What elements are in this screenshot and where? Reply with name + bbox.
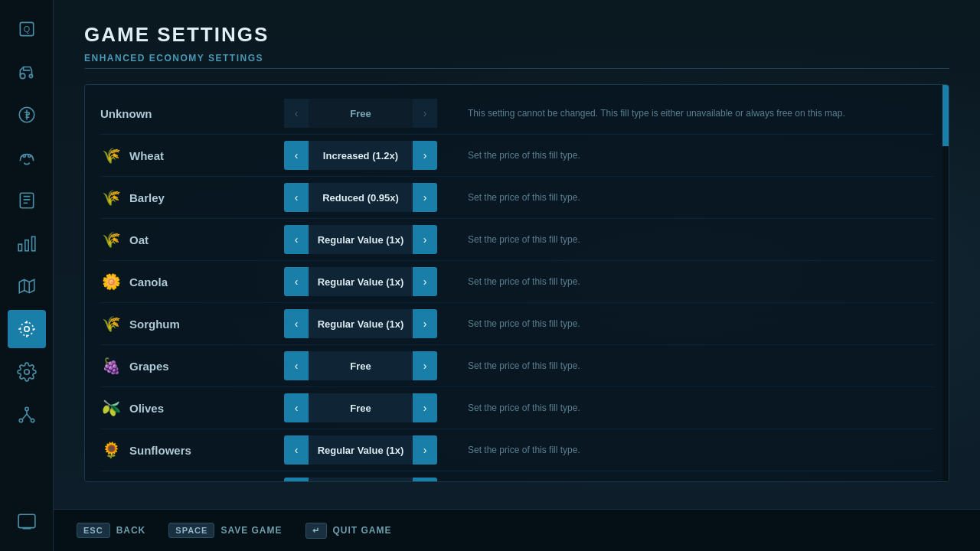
sidebar-item-settings[interactable] — [8, 353, 46, 391]
sidebar-item-help[interactable] — [8, 503, 46, 541]
sidebar-item-economy[interactable] — [8, 96, 46, 134]
arrow-left-grapes[interactable]: ‹ — [284, 351, 309, 380]
svg-point-11 — [24, 327, 29, 332]
crop-desc-sunflowers: Set the price of this fill type. — [468, 445, 933, 455]
arrow-left-olives[interactable]: ‹ — [284, 393, 309, 422]
crop-desc-wheat: Set the price of this fill type. — [468, 150, 933, 161]
arrow-left-sunflowers[interactable]: ‹ — [284, 435, 309, 465]
crop-desc-grapes: Set the price of this fill type. — [468, 360, 933, 371]
crop-row-sorghum: 🌾 Sorghum ‹ Regular Value (1x) › Set the… — [100, 303, 933, 345]
crop-desc-oat: Set the price of this fill type. — [468, 234, 933, 245]
crop-row-grapes: 🍇 Grapes ‹ Free › Set the price of this … — [100, 345, 933, 387]
arrow-right-canola[interactable]: › — [413, 267, 437, 296]
crop-icon-barley: 🌾 — [100, 187, 122, 208]
settings-panel: Unknown ‹ Free › This setting cannot be … — [84, 84, 949, 482]
sidebar-item-network[interactable] — [8, 396, 46, 434]
crop-label-olives: 🫒 Olives — [100, 397, 284, 419]
arrow-right-grapes[interactable]: › — [413, 351, 437, 380]
scroll-thumb[interactable] — [942, 85, 949, 146]
arrow-left-sorghum[interactable]: ‹ — [284, 309, 309, 338]
crop-label-grapes: 🍇 Grapes — [100, 355, 284, 377]
section-title: ENHANCED ECONOMY SETTINGS — [84, 53, 949, 69]
arrow-left-soybeans[interactable]: ‹ — [284, 478, 309, 482]
svg-text:Q: Q — [23, 24, 29, 34]
crop-label-sunflowers: 🌻 Sunflowers — [100, 439, 284, 461]
arrow-left-wheat[interactable]: ‹ — [284, 141, 309, 170]
value-display-sunflowers: Regular Value (1x) — [309, 435, 413, 465]
value-control-oat: ‹ Regular Value (1x) › — [284, 225, 437, 254]
arrow-right-oat[interactable]: › — [413, 225, 437, 254]
crop-label-canola: 🌼 Canola — [100, 271, 284, 292]
back-button[interactable]: ESC BACK — [77, 523, 145, 538]
unknown-label: Unknown — [100, 107, 284, 120]
sidebar-item-tractor[interactable] — [8, 53, 46, 91]
arrow-right-wheat[interactable]: › — [413, 141, 437, 170]
crop-row-canola: 🌼 Canola ‹ Regular Value (1x) › Set the … — [100, 261, 933, 303]
save-key: SPACE — [168, 523, 214, 538]
arrow-left-barley[interactable]: ‹ — [284, 183, 309, 212]
svg-point-5 — [23, 155, 25, 157]
crop-label-oat: 🌾 Oat — [100, 229, 284, 250]
arrow-right-olives[interactable]: › — [413, 393, 437, 422]
svg-rect-9 — [24, 240, 28, 251]
crop-name-barley: Barley — [129, 191, 165, 204]
crop-name-oat: Oat — [129, 233, 149, 246]
value-display-soybeans: Regular Value (1x) — [309, 478, 413, 482]
crop-rows-container: 🌾 Wheat ‹ Increased (1.2x) › Set the pri… — [100, 135, 933, 482]
quit-key: ↵ — [305, 523, 327, 539]
arrow-right-barley[interactable]: › — [413, 183, 437, 212]
svg-point-2 — [20, 73, 24, 79]
arrow-right-sorghum[interactable]: › — [413, 309, 437, 338]
main-content: GAME SETTINGS ENHANCED ECONOMY SETTINGS … — [54, 0, 980, 551]
sidebar-item-q[interactable]: Q — [8, 10, 46, 48]
arrow-right-sunflowers[interactable]: › — [413, 435, 437, 465]
quit-button[interactable]: ↵ QUIT GAME — [305, 523, 392, 539]
save-label: SAVE GAME — [220, 525, 282, 536]
crop-name-wheat: Wheat — [129, 149, 164, 162]
unknown-value-control: ‹ Free › — [284, 99, 437, 128]
crop-row-oat: 🌾 Oat ‹ Regular Value (1x) › Set the pri… — [100, 219, 933, 261]
arrow-right-soybeans[interactable]: › — [413, 478, 437, 482]
value-control-barley: ‹ Reduced (0.95x) › — [284, 183, 437, 212]
sidebar-item-production[interactable] — [8, 224, 46, 262]
sidebar-item-gameplay[interactable] — [8, 310, 46, 348]
save-button[interactable]: SPACE SAVE GAME — [168, 523, 282, 538]
crop-row-olives: 🫒 Olives ‹ Free › Set the price of this … — [100, 387, 933, 429]
crop-icon-sunflowers: 🌻 — [100, 439, 122, 461]
value-display-canola: Regular Value (1x) — [309, 267, 413, 296]
crop-icon-olives: 🫒 — [100, 397, 122, 419]
crop-desc-barley: Set the price of this fill type. — [468, 192, 933, 203]
crop-name-sorghum: Sorghum — [129, 318, 180, 331]
crop-row-sunflowers: 🌻 Sunflowers ‹ Regular Value (1x) › Set … — [100, 429, 933, 471]
arrow-left-oat[interactable]: ‹ — [284, 225, 309, 254]
crop-icon-canola: 🌼 — [100, 271, 122, 292]
svg-point-15 — [19, 419, 22, 422]
crop-name-olives: Olives — [129, 402, 164, 415]
crop-row-soybeans: 🌱 Soybeans ‹ Regular Value (1x) › Set th… — [100, 471, 933, 482]
value-control-sunflowers: ‹ Regular Value (1x) › — [284, 435, 437, 465]
unknown-arrow-left: ‹ — [284, 99, 309, 128]
value-display-olives: Free — [309, 393, 413, 422]
crop-icon-sorghum: 🌾 — [100, 313, 122, 334]
value-display-grapes: Free — [309, 351, 413, 380]
crop-name-canola: Canola — [129, 276, 168, 289]
value-display-sorghum: Regular Value (1x) — [309, 309, 413, 338]
sidebar-item-contracts[interactable] — [8, 181, 46, 220]
crop-row-wheat: 🌾 Wheat ‹ Increased (1.2x) › Set the pri… — [100, 135, 933, 177]
crop-icon-oat: 🌾 — [100, 229, 122, 250]
unknown-row: Unknown ‹ Free › This setting cannot be … — [100, 93, 933, 135]
sidebar-item-map[interactable] — [8, 267, 46, 305]
settings-inner: Unknown ‹ Free › This setting cannot be … — [85, 85, 949, 482]
crop-desc-olives: Set the price of this fill type. — [468, 403, 933, 413]
value-control-soybeans: ‹ Regular Value (1x) › — [284, 478, 437, 482]
sidebar-item-animals[interactable] — [8, 139, 46, 177]
svg-point-6 — [28, 155, 30, 157]
crop-desc-canola: Set the price of this fill type. — [468, 276, 933, 287]
unknown-value-display: Free — [309, 99, 413, 128]
crop-label-sorghum: 🌾 Sorghum — [100, 313, 284, 334]
value-display-wheat: Increased (1.2x) — [309, 141, 413, 170]
scroll-track[interactable] — [942, 85, 949, 481]
crop-name-sunflowers: Sunflowers — [129, 444, 191, 457]
unknown-desc: This setting cannot be changed. This fil… — [468, 108, 933, 119]
arrow-left-canola[interactable]: ‹ — [284, 267, 309, 296]
